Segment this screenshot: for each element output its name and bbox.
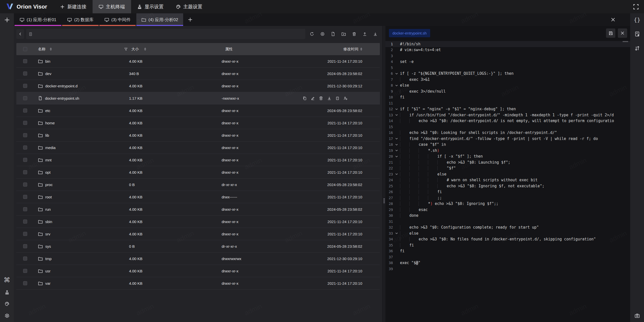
camera-icon[interactable] xyxy=(634,313,640,318)
code-line-28[interactable]: 28 *) echo >&3 "$0: Ignoring $f";; xyxy=(385,201,630,207)
file-row-var[interactable]: var 4.00 KB drwxr-xr-x 2021-11-24 17:20:… xyxy=(16,277,380,290)
fullscreen-icon[interactable] xyxy=(633,4,639,10)
row-checkbox[interactable] xyxy=(23,71,27,76)
row-checkbox[interactable] xyxy=(23,281,27,285)
code-line-22[interactable]: 22 "$f" xyxy=(385,165,630,171)
row-checkbox[interactable] xyxy=(23,183,27,187)
row-checkbox[interactable] xyxy=(23,121,27,125)
row-checkbox[interactable] xyxy=(23,96,27,100)
eye-button[interactable] xyxy=(318,29,327,39)
row-checkbox[interactable] xyxy=(23,195,27,199)
row-checkbox[interactable] xyxy=(23,257,27,261)
download-icon[interactable] xyxy=(327,96,332,100)
row-checkbox[interactable] xyxy=(23,232,27,236)
row-checkbox[interactable] xyxy=(23,269,27,273)
code-line-25[interactable]: 25 echo >&3 "$0: Ignoring $f, not execut… xyxy=(385,183,630,189)
row-checkbox[interactable] xyxy=(23,133,27,137)
code-line-27[interactable]: 27 ;; xyxy=(385,195,630,201)
fold-chevron-icon[interactable] xyxy=(393,137,400,140)
code-line-12[interactable]: 12 if [ "$1" = "nginx" -o "$1" = "nginx-… xyxy=(385,106,630,112)
code-line-1[interactable]: 1 #!/bin/sh xyxy=(385,41,630,47)
file-row-bin[interactable]: bin 4.00 KB drwxr-xr-x 2021-11-24 17:20:… xyxy=(16,55,380,67)
save-file-button[interactable] xyxy=(606,28,615,38)
code-line-24[interactable]: 24 # warn on shell scripts without exec … xyxy=(385,177,630,183)
editor-file-tab[interactable]: docker-entrypoint.sh xyxy=(389,29,430,37)
code-editor[interactable]: 1 #!/bin/sh 2 # vim:sw=4:ts=4:et 3 4 set… xyxy=(385,40,630,322)
stamp-icon[interactable] xyxy=(5,290,10,295)
code-line-34[interactable]: 34 echo >&3 "$0: No files found in /dock… xyxy=(385,236,630,242)
file-row-proc[interactable]: proc 0 B dr-xr-xr-x 2024-05-28 23:58:02 xyxy=(16,178,380,191)
chmod-icon[interactable] xyxy=(343,96,348,100)
row-checkbox[interactable] xyxy=(23,244,27,248)
file-row-root[interactable]: root 4.00 KB drwx------ 2021-11-24 17:20… xyxy=(16,191,380,203)
code-line-38[interactable]: 38 exec "$@" xyxy=(385,260,630,266)
code-line-9[interactable]: 9 exec 3>/dev/null xyxy=(385,88,630,94)
nav-item-theme-settings[interactable]: 主题设置 xyxy=(170,0,209,13)
file-row-usr[interactable]: usr 4.00 KB drwxr-xr-x 2021-11-24 17:20:… xyxy=(16,265,380,277)
terminal-tab-1[interactable]: (1) 应用-分析01 xyxy=(15,13,61,26)
row-checkbox[interactable] xyxy=(23,220,27,224)
file-new-button[interactable] xyxy=(329,29,338,39)
terminal-tab-4[interactable]: (4) 应用-分析02 xyxy=(136,13,183,26)
row-checkbox[interactable] xyxy=(23,207,27,211)
panel-splitter[interactable] xyxy=(382,26,385,322)
code-line-11[interactable]: 11 xyxy=(385,100,630,106)
code-line-19[interactable]: 19 *.sh) xyxy=(385,148,630,154)
code-line-13[interactable]: 13 if /usr/bin/find "/docker-entrypoint.… xyxy=(385,112,630,118)
code-line-37[interactable]: 37 xyxy=(385,254,630,260)
terminal-tab-2[interactable]: (2) 数据库 xyxy=(62,13,99,26)
file-row-etc[interactable]: etc 4.00 KB drwxr-xr-x 2024-05-28 23:58:… xyxy=(16,104,380,117)
code-line-10[interactable]: 10 fi xyxy=(385,94,630,100)
code-line-3[interactable]: 3 xyxy=(385,53,630,59)
file-row-lib[interactable]: lib 4.00 KB drwxr-xr-x 2021-11-24 17:20:… xyxy=(16,129,380,141)
fold-chevron-icon[interactable] xyxy=(393,232,400,235)
code-line-20[interactable]: 20 if [ -x "$f" ]; then xyxy=(385,154,630,160)
code-line-33[interactable]: 33 else xyxy=(385,230,630,236)
refresh-button[interactable] xyxy=(307,29,316,39)
code-line-18[interactable]: 18 case "$f" in xyxy=(385,142,630,148)
file-row-run[interactable]: run 4.00 KB drwxr-xr-x 2024-05-28 23:58:… xyxy=(16,203,380,216)
fold-chevron-icon[interactable] xyxy=(393,172,400,176)
file-row-docker-entrypoint.d[interactable]: docker-entrypoint.d 4.00 KB drwxr-xr-x 2… xyxy=(16,80,380,92)
row-checkbox[interactable] xyxy=(23,170,27,174)
code-line-4[interactable]: 4 set -e xyxy=(385,59,630,65)
select-all-checkbox[interactable] xyxy=(23,47,27,51)
file-row-sys[interactable]: sys 0 B dr-xr-xr-x 2024-05-28 23:58:02 xyxy=(16,240,380,253)
code-line-29[interactable]: 29 esac xyxy=(385,207,630,213)
row-checkbox[interactable] xyxy=(23,84,27,88)
download-button[interactable] xyxy=(371,29,380,39)
add-tab-icon[interactable] xyxy=(183,13,197,26)
fold-chevron-icon[interactable] xyxy=(393,84,400,87)
code-line-31[interactable]: 31 xyxy=(385,219,630,225)
fold-chevron-icon[interactable] xyxy=(393,113,400,117)
rename-icon[interactable] xyxy=(335,96,340,100)
sort-carets-icon[interactable] xyxy=(144,48,146,51)
trash-button[interactable] xyxy=(350,29,359,39)
code-line-2[interactable]: 2 # vim:sw=4:ts=4:et xyxy=(385,47,630,53)
edit-icon[interactable] xyxy=(311,96,315,100)
fold-chevron-icon[interactable] xyxy=(393,155,400,158)
row-checkbox[interactable] xyxy=(23,146,27,150)
file-row-media[interactable]: media 4.00 KB drwxr-xr-x 2021-11-24 17:2… xyxy=(16,141,380,154)
upload-button[interactable] xyxy=(360,29,369,39)
copy-icon[interactable] xyxy=(303,96,307,100)
code-line-36[interactable]: 36 fi xyxy=(385,248,630,254)
file-row-home[interactable]: home 4.00 KB drwxr-xr-x 2021-11-24 17:20… xyxy=(16,117,380,129)
terminal-tab-3[interactable]: (3) 中间件 xyxy=(99,13,136,26)
gear-icon[interactable] xyxy=(4,313,10,318)
code-line-39[interactable]: 39 xyxy=(385,266,630,272)
file-row-docker-entrypoint.sh[interactable]: docker-entrypoint.sh 1.17 KB -rwxrwxr-x xyxy=(16,92,380,104)
swap-vertical-icon[interactable] xyxy=(634,45,640,51)
row-checkbox[interactable] xyxy=(23,158,27,162)
row-checkbox[interactable] xyxy=(23,59,27,63)
code-line-32[interactable]: 32 echo >&3 "$0: Configuration complete;… xyxy=(385,225,630,231)
close-editor-button[interactable] xyxy=(618,28,627,38)
nav-item-host-terminal[interactable]: 主机终端 xyxy=(93,0,131,13)
path-input[interactable] xyxy=(34,32,303,36)
row-checkbox[interactable] xyxy=(23,109,27,113)
code-line-17[interactable]: 17 find "/docker-entrypoint.d/" -follow … xyxy=(385,136,630,142)
back-button[interactable] xyxy=(16,29,24,39)
code-line-23[interactable]: 23 else xyxy=(385,171,630,177)
file-row-srv[interactable]: srv 4.00 KB drwxr-xr-x 2021-11-24 17:20:… xyxy=(16,228,380,240)
fold-chevron-icon[interactable] xyxy=(393,108,400,111)
